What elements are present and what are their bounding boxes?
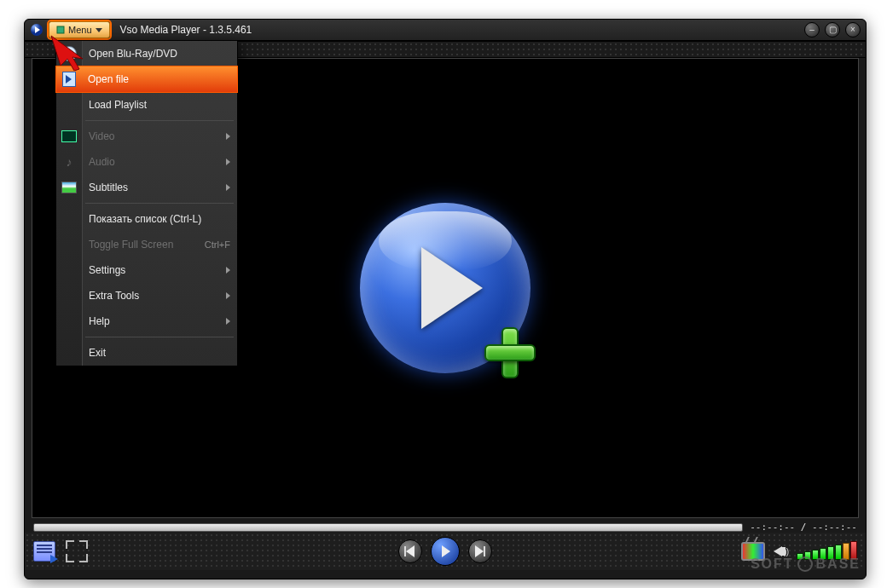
menu-item-label: Video	[89, 130, 114, 142]
menu-item: ♪Audio	[56, 149, 237, 175]
title-bar: Menu Vso Media Player - 1.3.5.461 – ▢ ×	[25, 20, 866, 41]
menu-separator	[85, 120, 234, 121]
menu-item-label: Open Blu-Ray/DVD	[89, 48, 177, 60]
menu-item-label: Показать список (Ctrl-L)	[89, 213, 201, 225]
submenu-arrow-icon	[226, 292, 230, 299]
chevron-down-icon	[96, 28, 102, 32]
menu-item[interactable]: Extra Tools	[56, 283, 237, 308]
next-button[interactable]	[468, 539, 492, 563]
file-icon	[61, 72, 77, 87]
svg-rect-1	[57, 26, 64, 33]
audio-icon: ♪	[61, 154, 77, 170]
menu-item-label: Audio	[89, 156, 115, 168]
play-icon	[421, 247, 483, 329]
subtitles-icon	[61, 180, 77, 195]
menu-item-label: Settings	[89, 264, 125, 276]
watermark-ring-icon	[797, 556, 813, 572]
video-icon	[61, 129, 77, 144]
close-button[interactable]: ×	[845, 22, 861, 37]
controls-bar: )) SOFT BASE	[25, 533, 866, 570]
menu-item[interactable]: Settings	[56, 257, 237, 283]
speaker-icon	[774, 546, 782, 556]
maximize-button[interactable]: ▢	[825, 22, 840, 37]
main-menu: Open Blu-Ray/DVDOpen fileLoad PlaylistVi…	[55, 40, 238, 366]
menu-item[interactable]: Subtitles	[56, 175, 237, 200]
annotation-arrow-icon	[49, 33, 86, 71]
menu-item-label: Toggle Full Screen	[89, 239, 173, 251]
submenu-arrow-icon	[226, 159, 230, 165]
playlist-button[interactable]	[33, 541, 55, 562]
menu-shortcut: Ctrl+F	[205, 239, 230, 250]
menu-separator	[85, 337, 234, 337]
time-display: --:--:-- / --:--:--	[750, 522, 857, 533]
plus-icon	[481, 324, 536, 378]
submenu-arrow-icon	[226, 184, 230, 191]
seek-bar[interactable]	[33, 523, 743, 532]
menu-item-label: Exit	[89, 347, 106, 359]
menu-item: Video	[56, 124, 237, 149]
menu-item-label: Extra Tools	[89, 290, 139, 302]
fullscreen-button[interactable]	[66, 540, 88, 562]
submenu-arrow-icon	[226, 318, 230, 325]
submenu-arrow-icon	[226, 133, 230, 140]
menu-item-label: Subtitles	[89, 182, 128, 193]
menu-item[interactable]: Показать список (Ctrl-L)	[56, 206, 237, 232]
play-button[interactable]	[431, 537, 460, 566]
menu-item[interactable]: Exit	[56, 340, 237, 366]
submenu-arrow-icon	[226, 267, 230, 274]
watermark: SOFT BASE	[751, 556, 861, 572]
menu-item[interactable]: Load Playlist	[56, 92, 237, 118]
menu-item-label: Load Playlist	[89, 99, 147, 111]
volume-icon[interactable]: ))	[774, 546, 788, 556]
prev-button[interactable]	[398, 539, 422, 563]
menu-item: Toggle Full ScreenCtrl+F	[56, 232, 237, 257]
seek-row: --:--:-- / --:--:--	[33, 522, 857, 533]
window-title: Vso Media Player - 1.3.5.461	[120, 24, 252, 36]
app-window: Menu Vso Media Player - 1.3.5.461 – ▢ × …	[24, 19, 867, 579]
app-icon	[30, 23, 43, 37]
menu-item-label: Open file	[88, 73, 129, 85]
big-play-button[interactable]	[360, 203, 530, 373]
minimize-button[interactable]: –	[804, 22, 820, 37]
menu-item-label: Help	[89, 315, 110, 327]
menu-item[interactable]: Help	[56, 308, 237, 334]
menu-separator	[85, 203, 234, 204]
